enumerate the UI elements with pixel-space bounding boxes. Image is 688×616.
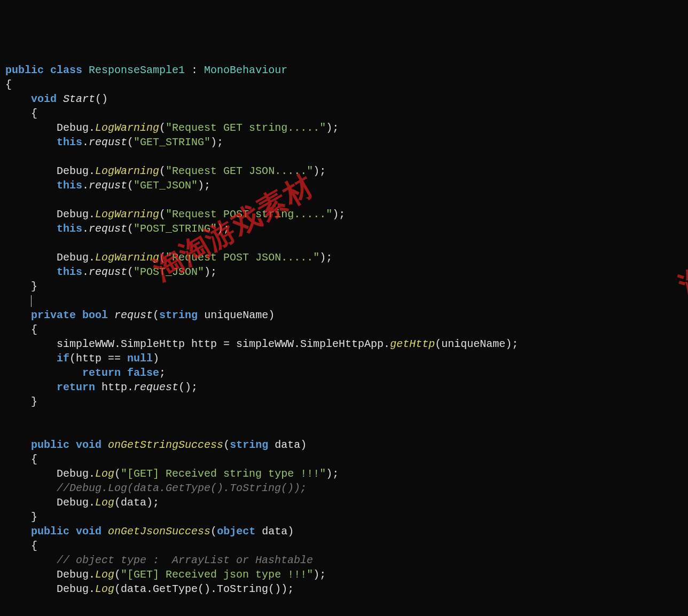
comment: //Debug.Log(data.GetType().ToString()); bbox=[57, 482, 307, 494]
kw-private: private bbox=[31, 309, 76, 321]
fn-log: Log bbox=[95, 468, 114, 480]
fn-ongetstringsuccess: onGetStringSuccess bbox=[108, 439, 223, 451]
kw-void: void bbox=[31, 93, 57, 105]
fn-requst: requst bbox=[114, 309, 153, 321]
class-name: ResponseSample1 bbox=[89, 64, 185, 76]
text-cursor bbox=[31, 295, 32, 307]
fn-requst-call: requst bbox=[89, 136, 127, 148]
fn-start: Start bbox=[63, 93, 95, 105]
fn-ongetjsonsuccess: onGetJsonSuccess bbox=[108, 525, 210, 538]
comment: // object type : ArrayList or Hashtable bbox=[57, 554, 313, 566]
base-class: MonoBehaviour bbox=[204, 64, 287, 76]
code-block: public class ResponseSample1 : MonoBehav… bbox=[5, 63, 683, 596]
kw-class: class bbox=[50, 64, 82, 76]
fn-logwarning: LogWarning bbox=[95, 122, 159, 134]
kw-bool: bool bbox=[82, 309, 108, 321]
kw-public: public bbox=[5, 64, 44, 76]
